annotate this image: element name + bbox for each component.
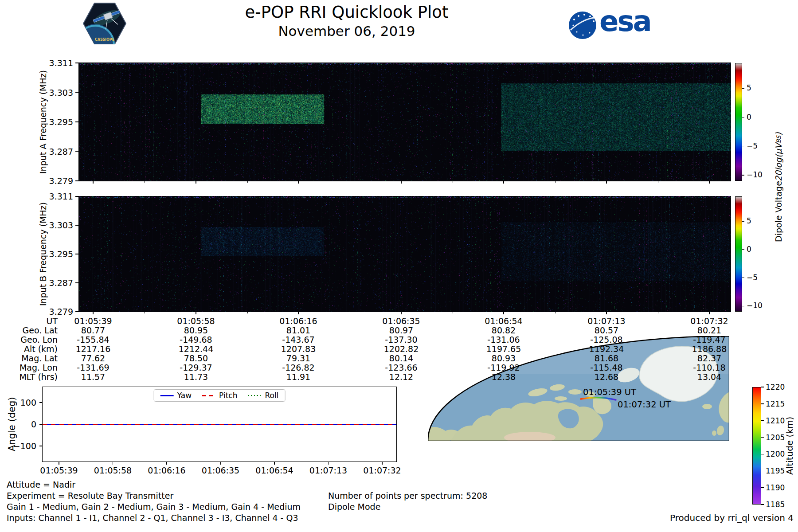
freq-tick-label: 3.303 <box>42 88 73 98</box>
colorbar-tick-label: −10 <box>747 170 763 179</box>
freq-tick-label: 3.295 <box>42 249 73 259</box>
table-cell: 01:05:39 <box>62 316 124 326</box>
table-cell: 80.93 <box>473 353 535 363</box>
produced-by-note: Produced by rri_ql version 4 <box>572 512 794 523</box>
table-cell: -119.47 <box>678 335 740 344</box>
table-row-label: Geo. Lat <box>0 325 58 335</box>
dipole-label-subscript: BS <box>775 136 782 143</box>
time-minor-tick-mark <box>350 312 350 313</box>
freq-tick-mark <box>75 225 78 225</box>
table-cell: 80.21 <box>678 325 740 335</box>
table-cell: -131.69 <box>62 363 124 372</box>
mode-note: Dipole Mode <box>328 502 380 512</box>
time-minor-tick-mark <box>247 312 248 313</box>
freq-tick-mark <box>75 180 78 181</box>
angle-ytick-mark <box>39 402 42 403</box>
time-minor-tick-mark <box>145 181 145 183</box>
table-cell: -155.84 <box>62 335 124 344</box>
time-tick-mark <box>298 312 298 314</box>
table-row-label: Mag. Lat <box>0 353 58 363</box>
table-cell: 82.37 <box>678 353 740 363</box>
colorbar-tick-mark <box>742 117 744 117</box>
table-cell: -123.66 <box>370 363 432 372</box>
alt-tick-label: 1195 <box>766 466 785 475</box>
freq-tick-mark <box>75 63 78 63</box>
time-minor-tick-mark <box>247 181 248 183</box>
table-cell: -119.92 <box>473 363 535 372</box>
time-minor-tick-mark <box>350 181 350 183</box>
colorbar-tick-mark <box>742 146 744 146</box>
time-tick-mark <box>298 181 298 184</box>
time-tick-mark <box>503 181 504 184</box>
time-tick-mark <box>606 181 606 184</box>
alt-tick-mark <box>761 420 764 421</box>
angle-xtick-label: 01:05:58 <box>86 466 140 475</box>
table-row-label: UT <box>0 316 58 326</box>
alt-tick-label: 1200 <box>766 450 785 458</box>
alt-tick-label: 1190 <box>766 483 785 492</box>
inputs-note: Inputs: Channel 1 - I1, Channel 2 - Q1, … <box>7 513 298 523</box>
track-end-label: 01:07:32 UT <box>618 399 671 410</box>
angle-xtick-label: 01:06:16 <box>140 466 193 475</box>
angle-xtick-mark <box>328 462 329 465</box>
table-cell: 01:07:32 <box>678 316 740 326</box>
colorbar-tick-mark <box>742 221 744 221</box>
angle-xtick-label: 01:05:39 <box>32 466 86 475</box>
attitude-note: Attitude = Nadir <box>7 480 75 489</box>
table-row-label: Geo. Lon <box>0 335 58 344</box>
table-cell: 01:05:58 <box>165 316 227 326</box>
table-cell: 01:06:16 <box>267 316 329 326</box>
table-cell: 80.57 <box>575 325 638 335</box>
freq-tick-mark <box>75 282 78 283</box>
table-cell: 1202.82 <box>370 344 432 354</box>
alt-tick-label: 1220 <box>766 383 785 391</box>
dipole-colorbar-b <box>735 196 742 312</box>
angle-xtick-mark <box>59 462 59 465</box>
time-tick-mark <box>709 181 709 184</box>
table-cell: 1192.34 <box>575 344 638 354</box>
angle-ytick-mark <box>39 424 42 424</box>
table-cell: 77.62 <box>62 353 124 363</box>
table-cell: 1212.44 <box>165 344 227 354</box>
time-tick-mark <box>401 312 401 314</box>
roll-line-sample-icon <box>248 395 261 396</box>
table-cell: -129.37 <box>165 363 227 372</box>
alt-tick-mark <box>761 454 764 454</box>
angle-xtick-label: 01:06:35 <box>194 466 247 475</box>
freq-tick-label: 3.311 <box>42 192 73 201</box>
table-cell: 11.73 <box>165 372 227 382</box>
table-cell: 01:06:35 <box>370 316 432 326</box>
table-cell: 80.14 <box>370 353 432 363</box>
time-minor-tick-mark <box>145 312 145 313</box>
table-row-label: Mag. Lon <box>0 363 58 372</box>
alt-tick-label: 1185 <box>766 500 785 509</box>
pitch-line-sample-icon <box>202 395 215 396</box>
table-cell: -143.67 <box>267 335 329 344</box>
table-cell: 80.95 <box>165 325 227 335</box>
input-b-spectrogram-canvas <box>78 196 731 312</box>
table-cell: 01:07:13 <box>575 316 638 326</box>
table-cell: -149.68 <box>165 335 227 344</box>
time-tick-mark <box>401 181 401 184</box>
table-cell: 1186.88 <box>678 344 740 354</box>
angle-xtick-mark <box>113 462 113 465</box>
table-cell: 12.12 <box>370 372 432 382</box>
table-row-label: Alt (km) <box>0 344 58 354</box>
time-tick-mark <box>93 312 93 314</box>
time-tick-mark <box>606 312 606 314</box>
legend-pitch-label: Pitch <box>219 391 237 400</box>
table-cell: -125.08 <box>575 335 638 344</box>
quicklook-figure: e-POP RRI Quicklook Plot November 06, 20… <box>0 0 798 532</box>
colorbar-tick-mark <box>742 249 744 250</box>
cassiope-mission-patch: CASSIOPE <box>82 2 127 45</box>
yaw-line-sample-icon <box>160 395 174 396</box>
freq-tick-mark <box>75 121 78 122</box>
angle-xtick-label: 01:07:13 <box>302 466 355 475</box>
table-cell: 79.31 <box>267 353 329 363</box>
colorbar-tick-label: −5 <box>747 141 758 150</box>
points-note: Number of points per spectrum: 5208 <box>328 491 487 501</box>
angle-xtick-mark <box>166 462 167 465</box>
track-start-label: 01:05:39 UT <box>583 387 636 397</box>
page-title: e-POP RRI Quicklook Plot <box>125 3 568 22</box>
table-cell: 80.97 <box>370 325 432 335</box>
